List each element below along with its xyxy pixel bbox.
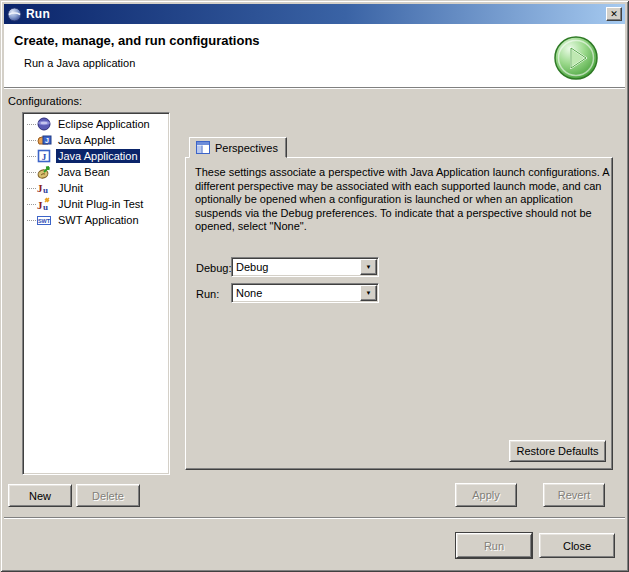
svg-text:J: J <box>42 152 47 162</box>
page-title: Create, manage, and run configurations <box>14 33 260 48</box>
tab-label: Perspectives <box>215 142 278 154</box>
tree-item-java-application[interactable]: J Java Application <box>25 148 169 164</box>
tree-item-java-bean[interactable]: Java Bean <box>25 164 169 180</box>
junit-plugin-test-icon: J u <box>36 196 52 212</box>
run-perspective-select[interactable]: None ▼ <box>231 283 379 303</box>
close-button[interactable]: Close <box>539 533 615 558</box>
tree-connector <box>27 220 36 221</box>
delete-button: Delete <box>76 484 140 507</box>
tree-item-label: Java Bean <box>56 165 112 179</box>
java-application-icon: J <box>36 148 52 164</box>
java-bean-icon <box>36 164 52 180</box>
chevron-down-icon[interactable]: ▼ <box>360 259 377 275</box>
page-subtitle: Run a Java application <box>24 57 135 69</box>
tree-connector <box>27 172 36 173</box>
chevron-down-icon[interactable]: ▼ <box>360 285 377 301</box>
tree-connector <box>27 204 36 205</box>
bottom-separator <box>4 517 625 519</box>
tree-item-label: Eclipse Application <box>56 117 152 131</box>
apply-button: Apply <box>455 483 517 507</box>
window-title: Run <box>26 7 50 21</box>
svg-text:J: J <box>45 137 49 144</box>
tree-item-eclipse-application[interactable]: Eclipse Application <box>25 116 169 132</box>
tree-connector <box>27 140 36 141</box>
dialog-header: Create, manage, and run configurations R… <box>4 24 625 88</box>
restore-defaults-button[interactable]: Restore Defaults <box>509 440 606 462</box>
tree-item-java-applet[interactable]: J Java Applet <box>25 132 169 148</box>
tree-connector <box>27 124 36 125</box>
perspectives-panel: These settings associate a perspective w… <box>185 157 613 470</box>
svg-text:u: u <box>43 185 48 195</box>
debug-label: Debug: <box>196 262 231 274</box>
junit-icon: J u <box>36 180 52 196</box>
tree-item-label: JUnit Plug-in Test <box>56 197 145 211</box>
debug-perspective-select[interactable]: Debug ▼ <box>231 257 379 277</box>
svg-text:SWT: SWT <box>38 218 51 224</box>
close-icon[interactable]: ✕ <box>606 7 622 21</box>
perspectives-description: These settings associate a perspective w… <box>195 166 609 234</box>
tree-item-label: SWT Application <box>56 213 141 227</box>
new-button[interactable]: New <box>8 484 72 507</box>
tree-item-junit-plugin-test[interactable]: J u JUnit Plug-in Test <box>25 196 169 212</box>
swt-application-icon: SWT <box>36 212 52 228</box>
run-perspective-value: None <box>232 287 360 299</box>
run-banner-icon <box>553 35 599 81</box>
tree-item-junit[interactable]: J u JUnit <box>25 180 169 196</box>
eclipse-logo-icon <box>7 7 22 22</box>
tab-perspectives[interactable]: Perspectives <box>189 137 287 158</box>
revert-button: Revert <box>543 483 605 507</box>
perspectives-icon <box>196 141 210 154</box>
java-applet-icon: J <box>36 132 52 148</box>
configurations-tree[interactable]: Eclipse Application J Java Applet J Java… <box>22 112 170 475</box>
tree-item-label: Java Application <box>56 149 140 163</box>
run-dialog: Run ✕ Create, manage, and run configurat… <box>0 0 629 572</box>
eclipse-application-icon <box>36 116 52 132</box>
tree-item-label: Java Applet <box>56 133 117 147</box>
configurations-label: Configurations: <box>8 95 82 107</box>
tree-connector <box>27 156 36 157</box>
tree-item-swt-application[interactable]: SWT SWT Application <box>25 212 169 228</box>
titlebar[interactable]: Run ✕ <box>4 4 625 24</box>
tree-connector <box>27 188 36 189</box>
run-label: Run: <box>196 288 219 300</box>
run-button: Run <box>456 533 532 558</box>
svg-text:u: u <box>43 202 48 212</box>
tree-item-label: JUnit <box>56 181 85 195</box>
debug-perspective-value: Debug <box>232 261 360 273</box>
